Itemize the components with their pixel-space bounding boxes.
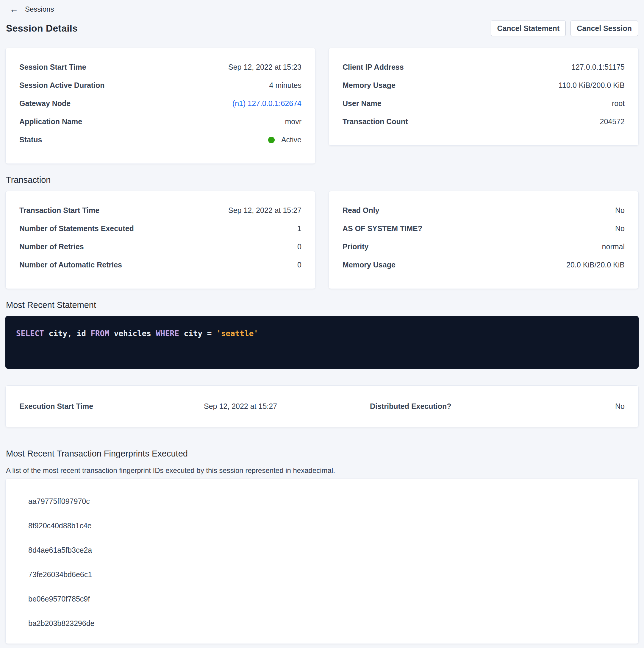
info-label: AS OF SYSTEM TIME? xyxy=(343,224,422,233)
status-text: Active xyxy=(281,136,301,144)
fingerprints-card: aa79775ff097970c 8f920c40d88b1c4e 8d4ae6… xyxy=(5,479,639,644)
sql-text: city = xyxy=(184,329,217,338)
statements-executed-row: Number of Statements Executed 1 xyxy=(19,219,301,238)
fingerprint-item: 73fe26034bd6e6c1 xyxy=(28,562,625,587)
distributed-execution-label: Distributed Execution? xyxy=(370,402,452,411)
execution-start-time-label: Execution Start Time xyxy=(19,402,204,411)
transaction-count-row: Transaction Count 204572 xyxy=(343,113,625,131)
info-label: Session Active Duration xyxy=(19,81,105,90)
info-value: 1 xyxy=(297,224,301,233)
client-summary-card: Client IP Address 127.0.0.1:51175 Memory… xyxy=(329,48,639,146)
sql-text: city, id xyxy=(49,329,91,338)
page-title: Session Details xyxy=(6,23,78,34)
distributed-execution-value: No xyxy=(452,402,625,411)
info-value: No xyxy=(615,206,625,215)
page-header: Session Details Cancel Statement Cancel … xyxy=(5,20,639,37)
info-value: 0 xyxy=(297,261,301,269)
info-label: Number of Automatic Retries xyxy=(19,261,122,269)
session-active-duration-row: Session Active Duration 4 minutes xyxy=(19,76,301,94)
cancel-session-button[interactable]: Cancel Session xyxy=(571,20,638,36)
info-label: Transaction Start Time xyxy=(19,206,99,215)
info-value: normal xyxy=(602,242,625,251)
info-label: Memory Usage xyxy=(343,261,396,269)
session-start-time-row: Session Start Time Sep 12, 2022 at 15:23 xyxy=(19,58,301,76)
sql-text: vehicles xyxy=(114,329,156,338)
info-value: root xyxy=(612,99,625,108)
sql-keyword: FROM xyxy=(91,329,114,338)
info-label: Session Start Time xyxy=(19,63,86,71)
sql-keyword: WHERE xyxy=(156,329,184,338)
retries-row: Number of Retries 0 xyxy=(19,238,301,256)
info-value: 0 xyxy=(297,242,301,251)
transaction-start-time-row: Transaction Start Time Sep 12, 2022 at 1… xyxy=(19,201,301,219)
fingerprint-item: aa79775ff097970c xyxy=(28,489,625,514)
fingerprints-section-heading: Most Recent Transaction Fingerprints Exe… xyxy=(6,449,639,458)
info-label: Transaction Count xyxy=(343,117,408,126)
info-value: Sep 12, 2022 at 15:23 xyxy=(228,63,301,71)
priority-row: Priority normal xyxy=(343,238,625,256)
breadcrumb: ← Sessions xyxy=(5,3,639,14)
client-ip-row: Client IP Address 127.0.0.1:51175 xyxy=(343,58,625,76)
info-label: Status xyxy=(19,136,42,144)
info-value: No xyxy=(615,224,625,233)
info-label: Number of Retries xyxy=(19,242,84,251)
sql-statement: SELECT city, id FROM vehicles WHERE city… xyxy=(16,329,258,338)
fingerprints-description: A list of the most recent transaction fi… xyxy=(6,466,639,475)
sql-keyword: SELECT xyxy=(16,329,49,338)
header-actions: Cancel Statement Cancel Session xyxy=(491,20,638,36)
info-value: 127.0.0.1:51175 xyxy=(571,63,625,71)
info-label: Application Name xyxy=(19,117,82,126)
transaction-memory-usage-row: Memory Usage 20.0 KiB/20.0 KiB xyxy=(343,256,625,274)
info-label: Memory Usage xyxy=(343,81,396,90)
fingerprint-item: be06e9570f785c9f xyxy=(28,587,625,611)
statement-section-heading: Most Recent Statement xyxy=(6,301,639,309)
fingerprint-item: ba2b203b823296de xyxy=(28,611,625,636)
transaction-cards-row: Transaction Start Time Sep 12, 2022 at 1… xyxy=(5,191,639,289)
status-active-dot-icon xyxy=(268,137,275,143)
info-label: User Name xyxy=(343,99,382,108)
info-label: Number of Statements Executed xyxy=(19,224,134,233)
session-details-page: ← Sessions Session Details Cancel Statem… xyxy=(0,0,644,648)
back-label: Sessions xyxy=(25,5,54,13)
read-only-row: Read Only No xyxy=(343,201,625,219)
info-value: 110.0 KiB/200.0 KiB xyxy=(559,81,625,90)
memory-usage-row: Memory Usage 110.0 KiB/200.0 KiB xyxy=(343,76,625,94)
execution-card: Execution Start Time Sep 12, 2022 at 15:… xyxy=(5,385,639,427)
info-value: 20.0 KiB/20.0 KiB xyxy=(566,261,625,269)
info-label: Gateway Node xyxy=(19,99,70,108)
cancel-statement-button[interactable]: Cancel Statement xyxy=(491,20,566,36)
gateway-node-row: Gateway Node (n1) 127.0.0.1:62674 xyxy=(19,94,301,113)
back-to-sessions-link[interactable]: ← Sessions xyxy=(9,5,54,14)
status-row: Status Active xyxy=(19,131,301,149)
info-value: Sep 12, 2022 at 15:27 xyxy=(228,206,301,215)
automatic-retries-row: Number of Automatic Retries 0 xyxy=(19,256,301,274)
fingerprint-item: 8f920c40d88b1c4e xyxy=(28,514,625,538)
info-value: movr xyxy=(285,117,301,126)
status-badge: Active xyxy=(268,136,301,144)
fingerprint-item: 8d4ae61a5fb3ce2a xyxy=(28,538,625,562)
as-of-system-time-row: AS OF SYSTEM TIME? No xyxy=(343,219,625,238)
user-name-row: User Name root xyxy=(343,94,625,113)
info-value: 4 minutes xyxy=(269,81,301,90)
sql-statement-block: SELECT city, id FROM vehicles WHERE city… xyxy=(5,316,639,369)
info-label: Client IP Address xyxy=(343,63,404,71)
back-arrow-icon: ← xyxy=(9,5,18,14)
transaction-details-card: Transaction Start Time Sep 12, 2022 at 1… xyxy=(5,191,315,289)
info-label: Priority xyxy=(343,242,369,251)
execution-start-time-value: Sep 12, 2022 at 15:27 xyxy=(204,402,370,411)
transaction-section-heading: Transaction xyxy=(6,176,639,184)
info-label: Read Only xyxy=(343,206,379,215)
session-summary-card: Session Start Time Sep 12, 2022 at 15:23… xyxy=(5,48,315,164)
gateway-node-link[interactable]: (n1) 127.0.0.1:62674 xyxy=(232,99,301,108)
application-name-row: Application Name movr xyxy=(19,113,301,131)
summary-cards-row: Session Start Time Sep 12, 2022 at 15:23… xyxy=(5,48,639,164)
info-value: 204572 xyxy=(600,117,625,126)
sql-string: 'seattle' xyxy=(216,329,258,338)
transaction-settings-card: Read Only No AS OF SYSTEM TIME? No Prior… xyxy=(329,191,639,289)
